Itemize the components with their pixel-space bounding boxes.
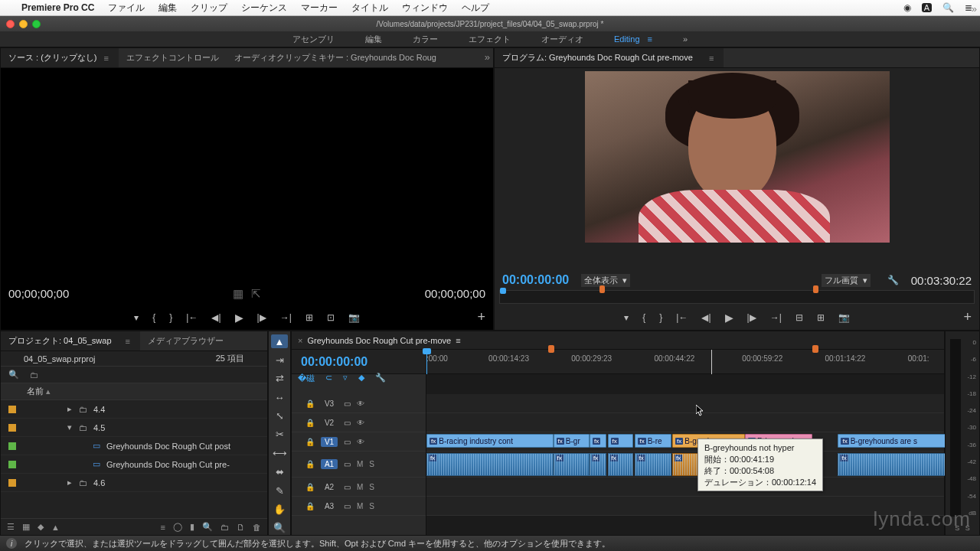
sort-icon[interactable]: ▲ <box>51 523 60 532</box>
marker-icon[interactable]: ▾ <box>134 312 139 323</box>
track-a2[interactable] <box>426 478 944 497</box>
adobe-badge-icon[interactable]: A <box>922 3 932 12</box>
track-select-tool-icon[interactable]: ⇥ <box>271 353 288 367</box>
zoom-window-button[interactable] <box>32 20 41 28</box>
add-button-icon[interactable]: + <box>477 309 485 325</box>
panel-menu-icon[interactable]: ≡ <box>456 336 460 345</box>
audio-clip[interactable]: fx <box>590 453 606 476</box>
add-button-icon[interactable]: + <box>963 309 972 325</box>
app-name[interactable]: Premiere Pro CC <box>21 2 94 13</box>
tab-media-browser[interactable]: メディアブラウザー <box>140 331 231 350</box>
timeline-marker[interactable] <box>812 345 818 353</box>
freeform-view-icon[interactable]: ◆ <box>38 522 44 532</box>
go-to-out-icon[interactable]: →| <box>770 312 782 323</box>
pen-tool-icon[interactable]: ✎ <box>271 484 288 497</box>
fit-icon[interactable]: ⇱ <box>251 287 261 301</box>
track-a1[interactable]: fxfxfxfxfxfxfxfx <box>426 452 944 478</box>
video-clip[interactable]: fxB-greyhounds are s <box>838 434 946 448</box>
video-clip[interactable]: fx <box>590 434 606 448</box>
bin-row[interactable]: ▾🗀4.5 <box>1 419 267 437</box>
insert-icon[interactable]: ⊞ <box>305 312 313 323</box>
out-point-icon[interactable]: } <box>659 312 662 323</box>
step-back-icon[interactable]: ◀| <box>211 312 220 323</box>
tabs-overflow-icon[interactable]: » <box>972 3 977 15</box>
workspace-editing-jp[interactable]: 編集 <box>365 34 382 45</box>
new-item-icon[interactable]: 🗋 <box>237 523 245 532</box>
menu-edit[interactable]: 編集 <box>158 2 177 15</box>
marker-add-icon[interactable]: ▿ <box>343 373 348 384</box>
video-clip[interactable]: fxB-re <box>635 434 671 448</box>
step-back-icon[interactable]: ◀| <box>701 312 710 323</box>
audio-clip[interactable]: fx <box>608 453 634 476</box>
extract-icon[interactable]: ⊞ <box>817 312 825 323</box>
video-clip[interactable]: fxB-gr <box>554 434 590 448</box>
export-frame-icon[interactable]: 📷 <box>838 312 850 323</box>
settings-wrench-icon[interactable]: 🔧 <box>887 275 899 285</box>
close-window-button[interactable] <box>6 20 15 28</box>
spotlight-icon[interactable]: 🔍 <box>942 2 954 13</box>
audio-clip[interactable]: fx <box>426 453 554 476</box>
bin-row[interactable]: ▸🗀4.6 <box>1 474 267 492</box>
audio-clip[interactable]: fx <box>554 453 590 476</box>
sequence-row[interactable]: ▭Greyhounds Doc Rough Cut pre- <box>1 455 267 474</box>
workspace-audio[interactable]: オーディオ <box>541 34 583 45</box>
menu-window[interactable]: ウィンドウ <box>402 2 448 15</box>
program-marker[interactable] <box>813 285 818 293</box>
program-ruler[interactable] <box>499 290 975 304</box>
overwrite-icon[interactable]: ⊡ <box>327 312 335 323</box>
go-to-out-icon[interactable]: →| <box>280 312 292 323</box>
workspace-assembly[interactable]: アセンブリ <box>292 34 335 45</box>
minimize-window-button[interactable] <box>19 20 28 28</box>
step-fwd-icon[interactable]: |▶ <box>257 312 266 323</box>
marker-icon[interactable]: ▾ <box>624 312 629 323</box>
bin-filter-icon[interactable]: 🗀 <box>30 370 38 380</box>
track-area[interactable]: fxB-racing industry contfxB-grfxfxfxB-re… <box>426 374 944 535</box>
icon-view-icon[interactable]: ▦ <box>22 522 30 532</box>
search-icon[interactable]: 🔍 <box>8 370 19 380</box>
workspace-overflow-icon[interactable]: » <box>683 34 688 44</box>
snap-icon[interactable]: �磁 <box>298 373 315 384</box>
track-header-a1[interactable]: 🔒A1▭MS <box>292 452 426 478</box>
sequence-name[interactable]: Greyhounds Doc Rough Cut pre-move <box>307 336 451 345</box>
tab-audio-mixer[interactable]: オーディオクリップミキサー : Greyhounds Doc Roug <box>227 48 444 67</box>
tabs-overflow-icon[interactable]: » <box>485 51 490 63</box>
quality-select[interactable]: フル画質 ▾ <box>822 274 871 287</box>
in-point-icon[interactable]: { <box>642 312 645 323</box>
in-point-icon[interactable]: { <box>152 312 155 323</box>
tab-project[interactable]: プロジェクト: 04_05_swap ≡ <box>1 331 140 350</box>
menu-help[interactable]: ヘルプ <box>462 2 489 15</box>
program-playhead[interactable] <box>500 288 506 294</box>
sequence-row[interactable]: ▭Greyhounds Doc Rough Cut post <box>1 437 267 455</box>
menu-sequence[interactable]: シーケンス <box>241 2 287 15</box>
menu-file[interactable]: ファイル <box>108 2 145 15</box>
track-header-a3[interactable]: 🔒A3▭MS <box>292 497 426 516</box>
close-sequence-icon[interactable]: × <box>298 336 302 345</box>
search-icon[interactable]: 🔍 <box>202 522 213 532</box>
track-v3[interactable] <box>426 394 944 413</box>
source-tc-out[interactable]: 00;00;00;00 <box>425 287 485 301</box>
workspace-color[interactable]: カラー <box>413 34 438 45</box>
workspace-menu-icon[interactable]: ≡ <box>648 34 652 44</box>
project-list[interactable]: ▸🗀4.4 ▾🗀4.5 ▭Greyhounds Doc Rough Cut po… <box>1 400 267 518</box>
automate-icon[interactable]: ≡ <box>161 523 165 532</box>
column-name[interactable]: 名前 <box>27 386 44 397</box>
panel-menu-icon[interactable]: ≡ <box>707 54 716 63</box>
audio-clip[interactable]: fx <box>838 453 946 476</box>
play-icon[interactable]: ▶ <box>235 311 243 324</box>
list-view-icon[interactable]: ☰ <box>7 522 15 532</box>
track-header-v3[interactable]: 🔒V3▭👁 <box>292 394 426 413</box>
slip-tool-icon[interactable]: ⟷ <box>271 446 288 460</box>
razor-tool-icon[interactable]: ✂ <box>271 428 288 442</box>
video-clip[interactable]: fx <box>608 434 634 448</box>
track-v1[interactable]: fxB-racing industry contfxB-grfxfxfxB-re… <box>426 432 944 452</box>
program-marker[interactable] <box>599 285 605 293</box>
track-header-v2[interactable]: 🔒V2▭👁 <box>292 413 426 432</box>
linked-selection-icon[interactable]: ⊂ <box>325 373 332 384</box>
track-v2[interactable] <box>426 413 944 432</box>
export-frame-icon[interactable]: 📷 <box>348 312 360 323</box>
hand-tool-icon[interactable]: ✋ <box>271 502 288 516</box>
zoom-tool-icon[interactable]: 🔍 <box>271 521 288 535</box>
go-to-in-icon[interactable]: |← <box>186 312 198 323</box>
selection-tool-icon[interactable]: ▲ <box>271 334 288 348</box>
step-fwd-icon[interactable]: |▶ <box>747 312 756 323</box>
